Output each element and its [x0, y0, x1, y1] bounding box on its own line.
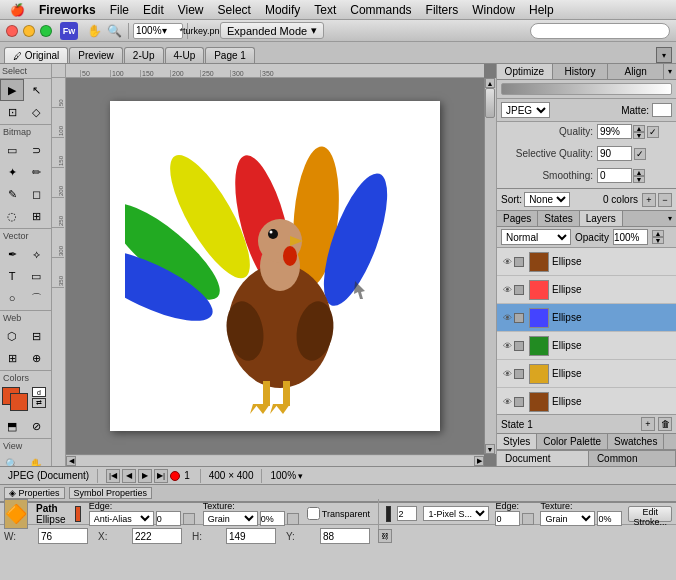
menu-filters[interactable]: Filters [420, 0, 465, 20]
layer-item[interactable]: 👁 Ellipse [497, 248, 676, 276]
layer-visibility-icon[interactable]: 👁 [500, 255, 514, 269]
scroll-left-button[interactable]: ◀ [66, 456, 76, 466]
color-palette-tab[interactable]: Color Palette [537, 434, 608, 449]
gradient-tool[interactable]: ⬒ [0, 415, 24, 437]
add-color-icon[interactable]: + [642, 193, 656, 207]
common-library-tab[interactable]: Common Library [589, 451, 676, 467]
layers-tab[interactable]: Layers [580, 211, 623, 226]
tab-2up[interactable]: 2-Up [124, 47, 164, 63]
slice-tool[interactable]: ⊟ [24, 325, 48, 347]
default-colors-icon[interactable]: d [32, 387, 46, 397]
smoothing-input[interactable] [597, 168, 632, 183]
transparent-checkbox[interactable] [307, 507, 320, 520]
stroke-texture-pct-input[interactable] [597, 511, 622, 526]
layer-item[interactable]: 👁 Ellipse [497, 332, 676, 360]
tab-page1[interactable]: Page 1 [205, 47, 255, 63]
layers-options-icon[interactable]: ▾ [664, 211, 676, 226]
close-button[interactable] [6, 25, 18, 37]
styles-tab[interactable]: Styles [497, 434, 537, 449]
layer-lock-icon[interactable] [514, 397, 524, 407]
scale-tool[interactable]: ⊡ [0, 101, 24, 123]
delete-layer-icon[interactable]: 🗑 [658, 417, 672, 431]
fill-color-swatch[interactable] [10, 393, 28, 411]
swap-colors-icon[interactable]: ⇄ [32, 398, 46, 408]
eraser-tool[interactable]: ◻ [24, 183, 48, 205]
doc-library-tab[interactable]: Document Library [497, 451, 589, 467]
marquee-tool[interactable]: ▭ [0, 139, 24, 161]
smooth-up-icon[interactable]: ▲ [633, 169, 645, 176]
sel-quality-checkbox-icon[interactable]: ✓ [634, 148, 646, 160]
expanded-mode-button[interactable]: Expanded Mode ▾ [220, 22, 324, 39]
stroke-size-input[interactable] [397, 506, 417, 521]
optimize-gradient-bar[interactable] [501, 83, 672, 95]
h-input[interactable] [226, 528, 276, 544]
blur-tool[interactable]: ◌ [0, 205, 24, 227]
nav-prev-button[interactable]: ◀ [122, 469, 136, 483]
text-tool[interactable]: T [0, 265, 24, 287]
search-input[interactable] [530, 23, 670, 39]
pencil-tool[interactable]: ✎ [0, 183, 24, 205]
layer-item[interactable]: 👁 Ellipse [497, 276, 676, 304]
x-input[interactable] [132, 528, 182, 544]
magic-wand-tool[interactable]: ✦ [0, 161, 24, 183]
add-layer-icon[interactable]: + [641, 417, 655, 431]
freeform-tool[interactable]: ⌒ [24, 287, 48, 309]
menu-select[interactable]: Select [212, 0, 257, 20]
layer-lock-icon[interactable] [514, 341, 524, 351]
lasso-tool[interactable]: ⊃ [24, 139, 48, 161]
quality-input[interactable] [597, 124, 632, 139]
hotspot-tool[interactable]: ⬡ [0, 325, 24, 347]
nav-play-button[interactable]: ▶ [138, 469, 152, 483]
stamp-tool[interactable]: ⊞ [24, 205, 48, 227]
nav-first-button[interactable]: |◀ [106, 469, 120, 483]
zoom-tool[interactable]: 🔍 [0, 453, 24, 466]
layer-visibility-icon[interactable]: 👁 [500, 395, 514, 409]
optimize-tab[interactable]: Optimize [497, 64, 553, 79]
rect-tool[interactable]: ▭ [24, 265, 48, 287]
pointer-tool[interactable]: ▶ [0, 79, 24, 101]
shape-tool[interactable]: ○ [0, 287, 24, 309]
opacity-down-icon[interactable]: ▼ [652, 237, 664, 244]
tab-4up[interactable]: 4-Up [165, 47, 205, 63]
scrollbar-vertical[interactable]: ▲ ▼ [484, 78, 496, 454]
scrollbar-horizontal[interactable]: ◀ ▶ [66, 454, 484, 466]
align-tab[interactable]: Align [608, 64, 664, 79]
minimize-button[interactable] [23, 25, 35, 37]
layer-lock-icon[interactable] [514, 257, 524, 267]
hand-tool[interactable]: ✋ [24, 453, 48, 466]
constrain-icon[interactable]: ⛓ [378, 529, 392, 543]
scroll-up-button[interactable]: ▲ [485, 78, 495, 88]
format-select[interactable]: JPEG [501, 102, 550, 118]
vector-tool[interactable]: ⟡ [24, 243, 48, 265]
states-tab[interactable]: States [538, 211, 579, 226]
edge-checkbox[interactable] [183, 513, 195, 525]
layer-lock-icon[interactable] [514, 285, 524, 295]
history-tab[interactable]: History [553, 64, 609, 79]
menu-help[interactable]: Help [523, 0, 560, 20]
stroke-style-select[interactable]: 1-Pixel S... [423, 506, 489, 521]
skew-tool[interactable]: ◇ [24, 101, 48, 123]
pages-tab[interactable]: Pages [497, 211, 538, 226]
layer-visibility-icon[interactable]: 👁 [500, 311, 514, 325]
opacity-input[interactable] [613, 229, 648, 245]
record-button[interactable] [170, 471, 180, 481]
edge-input[interactable] [156, 511, 181, 526]
menu-modify[interactable]: Modify [259, 0, 306, 20]
layer-lock-icon[interactable] [514, 369, 524, 379]
quality-up-icon[interactable]: ▲ [633, 125, 645, 132]
opacity-up-icon[interactable]: ▲ [652, 230, 664, 237]
zoom-button[interactable] [40, 25, 52, 37]
properties-tab[interactable]: ◈ Properties [4, 487, 65, 499]
w-input[interactable] [38, 528, 88, 544]
menu-text[interactable]: Text [308, 0, 342, 20]
stroke-swatch[interactable] [386, 506, 391, 522]
scroll-right-button[interactable]: ▶ [474, 456, 484, 466]
layer-item-selected[interactable]: 👁 Ellipse [497, 304, 676, 332]
layer-item[interactable]: 👁 Ellipse [497, 388, 676, 414]
symbol-props-tab[interactable]: Symbol Properties [69, 487, 153, 499]
sort-select[interactable]: None [524, 192, 570, 207]
remove-color-icon[interactable]: − [658, 193, 672, 207]
tab-preview[interactable]: Preview [69, 47, 123, 63]
toolbar-hand-icon[interactable]: ✋ [84, 21, 104, 41]
layer-lock-icon[interactable] [514, 313, 524, 323]
